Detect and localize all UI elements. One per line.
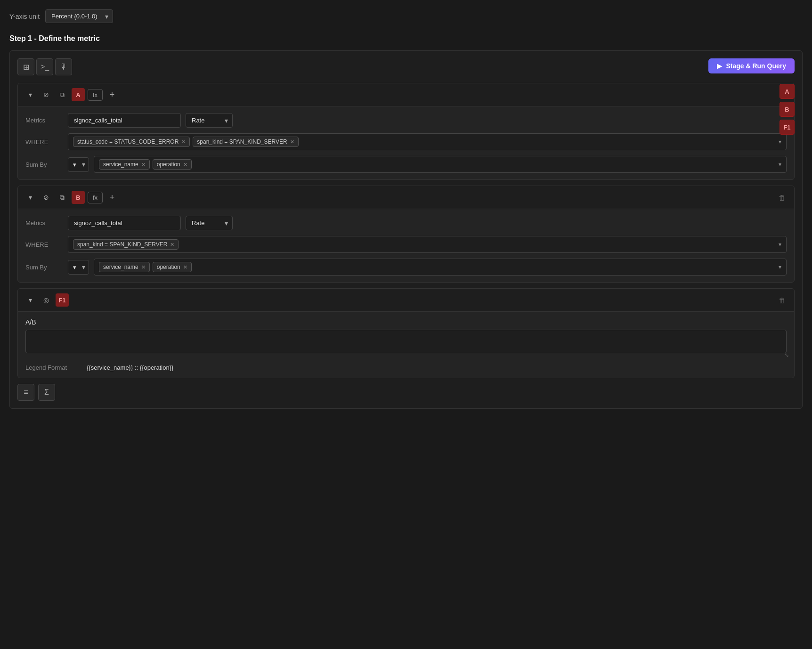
metrics-input-b[interactable] (68, 216, 181, 230)
where-chevron-a: ▾ (779, 138, 781, 145)
where-row-a: WHERE status_code = STATUS_CODE_ERROR ✕ … (25, 133, 787, 150)
chevron-down-icon-f1: ▾ (29, 296, 32, 304)
metrics-input-a[interactable] (68, 113, 181, 128)
stage-run-button[interactable]: ▶ Stage & Run Query (708, 58, 795, 73)
mic-icon: 🎙 (60, 63, 67, 71)
collapse-button-b[interactable]: ▾ (24, 191, 37, 204)
collapse-button-f1[interactable]: ▾ (24, 293, 37, 307)
delete-button-f1[interactable]: 🗑 (775, 293, 788, 307)
side-label-f1[interactable]: F1 (780, 120, 795, 135)
chevron-down-icon-b: ▾ (29, 194, 32, 201)
where-container-b[interactable]: span_kind = SPAN_KIND_SERVER ✕ ▾ (68, 236, 787, 253)
sum-by-tag-close-b-1[interactable]: ✕ (183, 265, 187, 270)
add-query-button[interactable]: ≡ (17, 384, 34, 401)
query-header-f1: ▾ ◎ F1 🗑 (18, 289, 794, 312)
formula-body-f1: A/B ⤡ Legend Format {{service_name}} :: … (18, 312, 794, 378)
sum-by-tag-b-0: service_name ✕ (99, 262, 150, 272)
query-body-a: Metrics Rate WHERE status_code = STATUS_… (18, 106, 794, 179)
rate-select-b[interactable]: Rate (186, 216, 233, 230)
y-axis-select[interactable]: Percent (0.0-1.0) (45, 9, 113, 23)
collapse-button-a[interactable]: ▾ (24, 88, 37, 101)
metrics-row-b: Metrics Rate (25, 216, 787, 230)
where-tag-close-b-0[interactable]: ✕ (170, 242, 174, 247)
eye-icon-f1: ◎ (43, 296, 49, 304)
sum-by-select-wrapper-b[interactable]: ▾ (68, 260, 89, 275)
grid-icon: ⊞ (23, 63, 29, 72)
sum-by-tag-a-0: service_name ✕ (99, 159, 150, 170)
where-tag-close-a-1[interactable]: ✕ (290, 139, 294, 145)
side-labels: A B F1 (780, 84, 795, 135)
trash-icon-f1: 🗑 (779, 296, 786, 304)
legend-row-f1: Legend Format {{service_name}} :: {{oper… (25, 364, 787, 371)
fx-icon-b: fx (93, 194, 97, 201)
query-label-f1: F1 (56, 293, 69, 307)
resize-handle-f1: ⤡ (784, 352, 789, 358)
query-label-a: A (72, 88, 85, 101)
add-formula-button[interactable]: Σ (38, 384, 55, 401)
query-block-a: ▾ ⊘ ⧉ A fx + 🗑 Metrics (17, 83, 795, 180)
metrics-row-a: Metrics Rate (25, 113, 787, 128)
where-tag-close-a-0[interactable]: ✕ (181, 139, 186, 145)
plus-icon-b: + (110, 193, 115, 203)
where-chevron-b: ▾ (779, 241, 781, 248)
where-container-a[interactable]: status_code = STATUS_CODE_ERROR ✕ span_k… (68, 133, 787, 150)
sum-by-select-b[interactable]: ▾ (68, 260, 89, 275)
list-icon: ≡ (24, 388, 28, 397)
sum-by-label-a: Sum By (25, 161, 63, 168)
sum-by-select-wrapper-a[interactable]: ▾ (68, 157, 89, 172)
query-block-f1: ▾ ◎ F1 🗑 A/B ⤡ Legend Format {{service_n… (17, 288, 795, 378)
fx-button-b[interactable]: fx (88, 192, 103, 203)
legend-value-f1: {{service_name}} :: {{operation}} (87, 364, 173, 371)
hide-button-a[interactable]: ⊘ (40, 88, 53, 101)
hide-icon-b: ⊘ (43, 194, 49, 201)
terminal-icon-button[interactable]: >_ (36, 58, 53, 75)
where-tag-a-0: status_code = STATUS_CODE_ERROR ✕ (73, 137, 190, 147)
query-header-a: ▾ ⊘ ⧉ A fx + 🗑 (18, 83, 794, 106)
eye-button-f1[interactable]: ◎ (40, 293, 53, 307)
rate-select-wrapper-a[interactable]: Rate (186, 113, 233, 128)
grid-icon-button[interactable]: ⊞ (17, 58, 34, 75)
step-title: Step 1 - Define the metric (9, 34, 803, 43)
sum-by-tag-b-1: operation ✕ (153, 262, 192, 272)
where-label-a: WHERE (25, 138, 63, 146)
sum-by-tag-close-a-1[interactable]: ✕ (183, 162, 187, 167)
sum-by-tag-close-a-0[interactable]: ✕ (141, 162, 146, 167)
stage-run-label: Stage & Run Query (726, 62, 786, 70)
copy-button-b[interactable]: ⧉ (56, 191, 69, 204)
sum-by-tag-close-b-0[interactable]: ✕ (141, 265, 146, 270)
bottom-toolbar: ≡ Σ (17, 384, 795, 401)
side-label-a[interactable]: A (780, 84, 795, 99)
delete-button-b[interactable]: 🗑 (775, 191, 788, 204)
sum-by-container-a[interactable]: service_name ✕ operation ✕ ▾ (94, 156, 787, 173)
query-header-b: ▾ ⊘ ⧉ B fx + 🗑 (18, 186, 794, 209)
copy-icon-a: ⧉ (60, 91, 65, 99)
sum-by-chevron-b: ▾ (779, 264, 781, 270)
sum-by-select-a[interactable]: ▾ (68, 157, 89, 172)
formula-textarea-f1[interactable] (25, 330, 787, 353)
copy-button-a[interactable]: ⧉ (56, 88, 69, 101)
sum-by-container-b[interactable]: service_name ✕ operation ✕ ▾ (94, 259, 787, 276)
where-tag-b-0: span_kind = SPAN_KIND_SERVER ✕ (73, 239, 179, 250)
query-body-b: Metrics Rate WHERE span_kind = SPAN_KIND… (18, 209, 794, 282)
sigma-icon: Σ (44, 388, 49, 397)
rate-select-wrapper-b[interactable]: Rate (186, 216, 233, 230)
fx-button-a[interactable]: fx (88, 89, 103, 101)
query-label-b: B (72, 191, 85, 204)
side-label-b[interactable]: B (780, 102, 795, 117)
main-panel: ⊞ >_ 🎙 ▶ Stage & Run Query A B F1 ▾ ⊘ ⧉ (9, 50, 803, 409)
rate-select-a[interactable]: Rate (186, 113, 233, 128)
terminal-icon: >_ (41, 63, 49, 71)
plus-button-b[interactable]: + (106, 191, 119, 204)
copy-icon-b: ⧉ (60, 194, 65, 202)
plus-button-a[interactable]: + (106, 88, 119, 101)
fx-icon-a: fx (93, 91, 97, 98)
y-axis-select-wrapper[interactable]: Percent (0.0-1.0) (45, 9, 113, 23)
sum-by-row-b: Sum By ▾ service_name ✕ operation ✕ ▾ (25, 259, 787, 276)
metrics-label-b: Metrics (25, 219, 63, 227)
plus-icon-a: + (110, 90, 115, 100)
legend-label-f1: Legend Format (25, 364, 82, 371)
sum-by-row-a: Sum By ▾ service_name ✕ operation ✕ ▾ (25, 156, 787, 173)
hide-button-b[interactable]: ⊘ (40, 191, 53, 204)
mic-icon-button[interactable]: 🎙 (55, 58, 72, 75)
where-row-b: WHERE span_kind = SPAN_KIND_SERVER ✕ ▾ (25, 236, 787, 253)
